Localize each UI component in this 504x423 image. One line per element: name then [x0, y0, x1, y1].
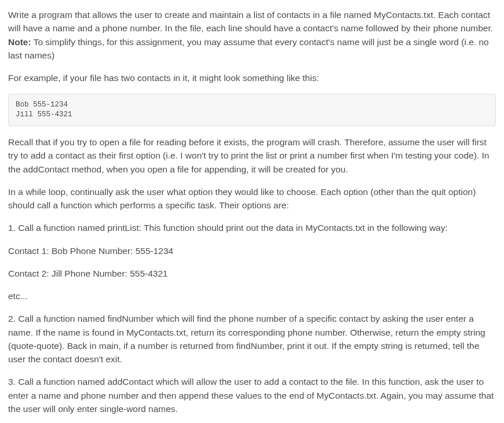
- intro-text-b: To simplify things, for this assignment,…: [8, 37, 489, 60]
- option-1-example-line-1: Contact 1: Bob Phone Number: 555-1234: [8, 244, 496, 258]
- option-2-description: 2. Call a function named findNumber whic…: [8, 312, 496, 366]
- recall-paragraph: Recall that if you try to open a file fo…: [8, 135, 496, 176]
- note-label: Note:: [8, 37, 31, 47]
- option-3-description: 3. Call a function named addContact whic…: [8, 375, 496, 415]
- option-1-etc: etc...: [8, 289, 496, 303]
- intro-paragraph-2: For example, if your file has two contac…: [8, 71, 496, 84]
- loop-intro-paragraph: In a while loop, continually ask the use…: [8, 185, 496, 212]
- intro-paragraph-1: Write a program that allows the user to …: [8, 8, 496, 62]
- code-example-block: Bob 555-1234 Jill 555-4321: [8, 94, 496, 126]
- option-1-example-line-2: Contact 2: Jill Phone Number: 555-4321: [8, 267, 496, 280]
- intro-text-a: Write a program that allows the user to …: [8, 10, 493, 33]
- option-1-description: 1. Call a function named printList: This…: [8, 221, 496, 234]
